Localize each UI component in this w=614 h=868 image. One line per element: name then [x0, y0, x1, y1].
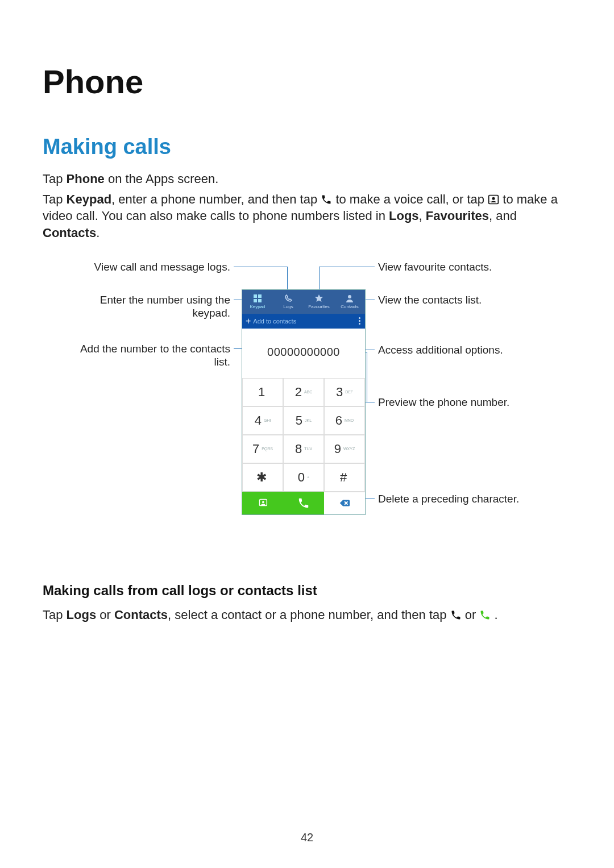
- text: on the Apps screen.: [105, 172, 219, 186]
- text: to make a voice call, or tap: [335, 192, 488, 206]
- callout-contacts: View the contacts list.: [378, 294, 482, 307]
- key-8[interactable]: 8TUV: [283, 435, 324, 463]
- key-9[interactable]: 9WXYZ: [324, 435, 365, 463]
- keypad: 1 2ABC 3DEF 4GHI 5JKL 6MNO 7PQRS 8TUV 9W…: [242, 378, 365, 492]
- text: or: [96, 608, 114, 622]
- bold-favourites: Favourites: [426, 209, 489, 223]
- page-title: Phone: [43, 63, 571, 101]
- text: .: [96, 226, 99, 240]
- key-6[interactable]: 6MNO: [324, 406, 365, 435]
- phone-green-icon: [479, 608, 491, 620]
- key-4[interactable]: 4GHI: [242, 406, 283, 435]
- phone-diagram: View call and message logs. Enter the nu…: [43, 255, 571, 551]
- tab-label: Keypad: [250, 304, 265, 309]
- callout-logs: View call and message logs.: [43, 261, 230, 274]
- plus-icon: +: [246, 316, 251, 326]
- star-icon: [314, 294, 323, 303]
- svg-point-6: [348, 295, 351, 298]
- more-options-icon[interactable]: [359, 317, 362, 325]
- key-hash[interactable]: #: [324, 463, 365, 492]
- keypad-icon: [253, 294, 262, 303]
- callout-favourites: View favourite contacts.: [378, 261, 492, 274]
- key-3[interactable]: 3DEF: [324, 378, 365, 406]
- bold-logs: Logs: [389, 209, 419, 223]
- text: or: [465, 608, 480, 622]
- text: ,: [419, 209, 426, 223]
- tab-label: Logs: [283, 304, 293, 309]
- phone-icon: [321, 193, 332, 204]
- text: Tap: [43, 608, 67, 622]
- tab-favourites[interactable]: Favourites: [304, 290, 334, 314]
- key-7[interactable]: 7PQRS: [242, 435, 283, 463]
- logs-icon: [284, 294, 293, 303]
- tab-label: Favourites: [308, 304, 329, 309]
- key-0[interactable]: 0+: [283, 463, 324, 492]
- tab-label: Contacts: [341, 304, 359, 309]
- bold-phone: Phone: [67, 172, 105, 186]
- subsection-body: Tap Logs or Contacts, select a contact o…: [43, 607, 571, 624]
- add-to-contacts-row[interactable]: + Add to contacts: [242, 314, 365, 329]
- tab-keypad[interactable]: Keypad: [242, 290, 273, 314]
- section-making-calls: Making calls: [43, 135, 571, 159]
- add-to-contacts-label: Add to contacts: [253, 318, 359, 325]
- callout-options: Access additional options.: [378, 344, 503, 357]
- phone-mock: Keypad Logs Favourites: [242, 289, 366, 515]
- voice-call-button[interactable]: [283, 492, 324, 514]
- callout-add-contact: Add the number to the contacts list.: [43, 343, 230, 369]
- text: , select a contact or a phone number, an…: [168, 608, 450, 622]
- callout-preview-number: Preview the phone number.: [378, 396, 509, 409]
- callout-keypad: Enter the number using the keypad.: [43, 294, 230, 320]
- intro-1: Tap Phone on the Apps screen.: [43, 171, 571, 188]
- person-icon: [345, 294, 354, 303]
- key-1[interactable]: 1: [242, 378, 283, 406]
- bold-contacts: Contacts: [114, 608, 168, 622]
- video-call-button[interactable]: [242, 492, 283, 514]
- key-star[interactable]: ✱: [242, 463, 283, 492]
- phone-icon: [450, 608, 462, 620]
- svg-rect-5: [258, 299, 262, 302]
- page-number: 42: [0, 831, 614, 844]
- action-row: [242, 492, 365, 514]
- svg-rect-4: [254, 299, 257, 302]
- backspace-button[interactable]: [324, 492, 365, 514]
- key-2[interactable]: 2ABC: [283, 378, 324, 406]
- phone-tabs: Keypad Logs Favourites: [242, 290, 365, 314]
- svg-rect-2: [254, 294, 257, 298]
- bold-contacts: Contacts: [43, 226, 96, 240]
- svg-rect-3: [258, 294, 262, 298]
- bold-keypad: Keypad: [67, 192, 111, 206]
- text: , enter a phone number, and then tap: [111, 192, 321, 206]
- number-display: 00000000000: [242, 329, 365, 378]
- callout-delete-char: Delete a preceding character.: [378, 493, 519, 506]
- text: Tap: [43, 172, 67, 186]
- bold-logs: Logs: [67, 608, 97, 622]
- subsection-title: Making calls from call logs or contacts …: [43, 583, 571, 599]
- svg-point-8: [262, 501, 264, 503]
- text: Tap: [43, 192, 67, 206]
- svg-point-1: [492, 197, 495, 200]
- tab-logs[interactable]: Logs: [273, 290, 304, 314]
- text: , and: [489, 209, 517, 223]
- intro-2: Tap Keypad, enter a phone number, and th…: [43, 191, 571, 242]
- tab-contacts[interactable]: Contacts: [334, 290, 365, 314]
- key-5[interactable]: 5JKL: [283, 406, 324, 435]
- video-call-icon: [488, 193, 499, 204]
- text: .: [495, 608, 498, 622]
